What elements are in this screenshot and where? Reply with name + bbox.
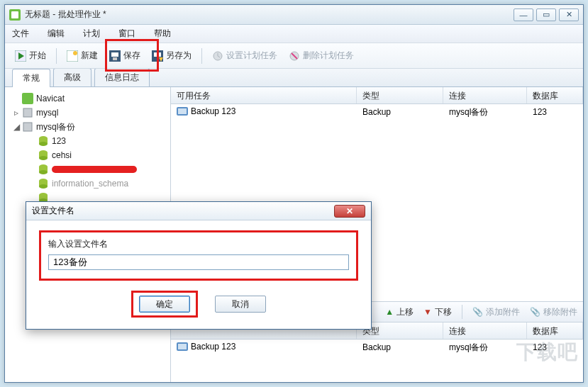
tree-node[interactable]: information_schema: [8, 176, 167, 191]
new-button[interactable]: 新建: [61, 47, 104, 64]
tree-node[interactable]: ◢mysql备份: [8, 120, 167, 134]
save-icon: [109, 50, 121, 62]
app-icon: [9, 9, 21, 21]
tree-node[interactable]: ▹mysql: [8, 106, 167, 120]
maximize-button[interactable]: ▭: [536, 9, 556, 21]
tree-node[interactable]: [8, 162, 167, 176]
list-header-top: 可用任务 类型 连接 数据库: [171, 87, 583, 104]
svg-point-20: [39, 142, 48, 146]
del-plan-button[interactable]: 删除计划任务: [283, 47, 360, 64]
toolbar: 开始 新建 保存 另存为 设置计划任务 删除计划任务: [5, 43, 583, 69]
saveas-button[interactable]: 另存为: [146, 47, 197, 64]
tree-node[interactable]: 123: [8, 134, 167, 148]
svg-point-5: [73, 51, 77, 55]
tab-general[interactable]: 常规: [12, 69, 50, 87]
clock-icon: [212, 50, 223, 62]
svg-point-23: [39, 156, 48, 160]
start-button[interactable]: 开始: [9, 47, 52, 64]
close-button[interactable]: ✕: [559, 9, 579, 21]
ok-button[interactable]: 确定: [139, 296, 190, 313]
window-title: 无标题 - 批处理作业 *: [25, 9, 106, 21]
svg-rect-17: [23, 123, 32, 131]
tree-node[interactable]: Navicat: [8, 91, 167, 106]
minimize-button[interactable]: —: [514, 9, 533, 21]
tab-strip: 常规 高级 信息日志: [5, 69, 583, 87]
svg-rect-15: [22, 93, 33, 104]
tab-advanced[interactable]: 高级: [53, 68, 91, 86]
set-plan-button[interactable]: 设置计划任务: [206, 47, 283, 64]
title-bar: 无标题 - 批处理作业 * — ▭ ✕: [5, 5, 583, 25]
new-icon: [67, 50, 78, 62]
move-down-button[interactable]: ▼下移: [423, 306, 452, 318]
svg-rect-49: [178, 108, 187, 114]
filename-input[interactable]: [48, 254, 349, 270]
tab-log[interactable]: 信息日志: [94, 68, 150, 86]
remove-attachment-button[interactable]: 📎移除附件: [530, 306, 577, 318]
move-up-button[interactable]: ▲上移: [385, 306, 414, 318]
menu-file[interactable]: 文件: [12, 28, 29, 40]
svg-point-26: [39, 170, 48, 174]
saveas-icon: [152, 50, 163, 62]
svg-rect-16: [23, 108, 32, 117]
highlight-input: 输入设置文件名: [39, 230, 358, 281]
backup-icon: [177, 107, 188, 116]
table-row[interactable]: Backup 123 Backup mysql备份 123: [171, 104, 583, 120]
menu-help[interactable]: 帮助: [154, 28, 171, 40]
menu-bar: 文件 编辑 计划 窗口 帮助: [5, 25, 583, 43]
menu-edit[interactable]: 编辑: [48, 28, 65, 40]
dialog-title: 设置文件名: [32, 205, 74, 217]
save-button[interactable]: 保存: [104, 47, 146, 64]
svg-point-29: [39, 184, 48, 189]
menu-window[interactable]: 窗口: [118, 28, 135, 40]
table-row[interactable]: Backup 123 Backup mysql备份 123: [171, 340, 583, 355]
list-body-bottom[interactable]: Backup 123 Backup mysql备份 123: [171, 340, 583, 382]
svg-rect-51: [178, 344, 187, 349]
tree-node[interactable]: cehsi: [8, 148, 167, 162]
play-icon: [15, 50, 26, 62]
highlight-ok: 确定: [131, 291, 198, 318]
svg-rect-1: [11, 11, 18, 18]
svg-rect-7: [111, 52, 118, 57]
attach-remove-icon: 📎: [530, 307, 540, 317]
clock-delete-icon: [289, 50, 300, 62]
dialog-close-button[interactable]: ✕: [334, 205, 365, 218]
dialog-titlebar: 设置文件名 ✕: [26, 202, 371, 220]
dialog-label: 输入设置文件名: [48, 238, 349, 250]
backup-icon: [177, 342, 188, 351]
attach-icon: 📎: [472, 307, 483, 317]
svg-rect-8: [113, 57, 117, 60]
add-attachment-button[interactable]: 📎添加附件: [472, 306, 520, 318]
filename-dialog: 设置文件名 ✕ 输入设置文件名 确定 取消: [26, 201, 372, 330]
cancel-button[interactable]: 取消: [215, 296, 266, 313]
svg-rect-10: [154, 52, 161, 57]
menu-plan[interactable]: 计划: [83, 28, 100, 40]
